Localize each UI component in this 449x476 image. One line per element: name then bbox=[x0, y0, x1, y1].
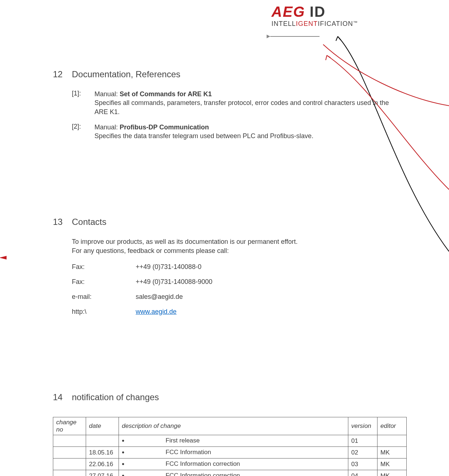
cell-ver: 04 bbox=[348, 470, 378, 476]
table-row: 18.05.16 FCC Information 02 MK bbox=[53, 447, 407, 459]
bullet-icon bbox=[122, 460, 166, 468]
contact-link-web[interactable]: www.aegid.de bbox=[136, 308, 177, 316]
cell-ed: MK bbox=[378, 447, 407, 459]
bullet-icon bbox=[122, 437, 166, 445]
cell-date: 22.06.16 bbox=[86, 459, 119, 470]
reference-1-prefix: Manual: bbox=[94, 90, 120, 98]
header-description: description of change bbox=[119, 417, 348, 435]
reference-1-title: Set of Commands for ARE K1 bbox=[120, 90, 212, 98]
cell-date: 27.07.16 bbox=[86, 470, 119, 476]
cell-desc: FCC Information correction bbox=[119, 470, 348, 476]
tagline-tm: ™ bbox=[353, 20, 358, 25]
contact-row-fax2: Fax: ++49 (0)731-140088-9000 bbox=[72, 278, 396, 286]
reference-2-body: Manual: Profibus-DP Communication Specif… bbox=[94, 123, 313, 141]
bullet-icon bbox=[122, 448, 166, 457]
header-version: version bbox=[348, 417, 378, 435]
logo-tagline: INTELLIGENTIFICATION™ bbox=[271, 20, 358, 28]
contacts-intro-line1: To improve our products, as well as its … bbox=[72, 238, 298, 245]
section-12-title: Documentation, References bbox=[72, 69, 181, 79]
cell-no bbox=[53, 447, 86, 459]
reference-2-desc: Specifies the data transfer telegram use… bbox=[94, 132, 313, 140]
page-content: 12 Documentation, References [1]: Manual… bbox=[53, 69, 396, 476]
cell-ver: 03 bbox=[348, 459, 378, 470]
logo-id: ID bbox=[310, 4, 326, 20]
cell-ver: 01 bbox=[348, 435, 378, 447]
section-13-title: Contacts bbox=[72, 217, 107, 227]
cell-desc: FCC Information correction bbox=[119, 459, 348, 470]
cell-ed: MK bbox=[378, 459, 407, 470]
contact-row-email: e-mail: sales@aegid.de bbox=[72, 293, 396, 301]
cell-ed: MK bbox=[378, 470, 407, 476]
tagline-red: IGENT bbox=[296, 20, 318, 27]
contact-row-http: http:\ www.aegid.de bbox=[72, 308, 396, 316]
cell-no bbox=[53, 435, 86, 447]
cell-date bbox=[86, 435, 119, 447]
cell-desc-text: FCC Information bbox=[166, 449, 211, 456]
section-13-heading: 13 Contacts bbox=[53, 217, 396, 227]
reference-1-body: Manual: Set of Commands for ARE K1 Speci… bbox=[94, 90, 396, 116]
header-date: date bbox=[86, 417, 119, 435]
table-row: 27.07.16 FCC Information correction 04 M… bbox=[53, 470, 407, 476]
section-14-heading: 14 notification of changes bbox=[53, 392, 396, 402]
contact-value-fax1: ++49 (0)731-140088-0 bbox=[136, 263, 201, 271]
reference-1-key: [1]: bbox=[72, 90, 94, 116]
contact-value-email: sales@aegid.de bbox=[136, 293, 183, 301]
cell-ed bbox=[378, 435, 407, 447]
contact-row-fax1: Fax: ++49 (0)731-140088-0 bbox=[72, 263, 396, 271]
contact-label-http: http:\ bbox=[72, 308, 136, 316]
bullet-icon bbox=[122, 472, 166, 476]
contact-label-fax1: Fax: bbox=[72, 263, 136, 271]
section-14-number: 14 bbox=[53, 392, 72, 402]
reference-1-desc: Specifies all commands, parameters, tran… bbox=[94, 99, 389, 115]
reference-2-title: Profibus-DP Communication bbox=[120, 124, 209, 131]
cell-desc-text: FCC Information correction bbox=[166, 460, 240, 467]
reference-2-key: [2]: bbox=[72, 123, 94, 141]
section-12-number: 12 bbox=[53, 69, 72, 79]
header-editor: editor bbox=[378, 417, 407, 435]
contacts-intro: To improve our products, as well as its … bbox=[72, 237, 396, 255]
table-row: 22.06.16 FCC Information correction 03 M… bbox=[53, 459, 407, 470]
cell-desc: First release bbox=[119, 435, 348, 447]
header-change-no: change no bbox=[53, 417, 86, 435]
contact-label-fax2: Fax: bbox=[72, 278, 136, 286]
section-12-heading: 12 Documentation, References bbox=[53, 69, 396, 79]
left-arrow-icon bbox=[0, 252, 7, 263]
cell-no bbox=[53, 470, 86, 476]
brand-logo: AEGID INTELLIGENTIFICATION™ bbox=[271, 4, 358, 28]
contact-label-email: e-mail: bbox=[72, 293, 136, 301]
contacts-intro-line2: For any questions, feedback or comments … bbox=[72, 247, 229, 254]
table-header-row: change no date description of change ver… bbox=[53, 417, 407, 435]
cell-date: 18.05.16 bbox=[86, 447, 119, 459]
section-14-title: notification of changes bbox=[72, 392, 159, 402]
cell-ver: 02 bbox=[348, 447, 378, 459]
tagline-pre: INTELL bbox=[271, 20, 296, 27]
reference-item-2: [2]: Manual: Profibus-DP Communication S… bbox=[72, 123, 396, 141]
logo-aeg: AEG bbox=[271, 4, 305, 20]
cell-desc-text: FCC Information correction bbox=[166, 472, 240, 476]
logo-main: AEGID bbox=[271, 4, 358, 20]
section-13-number: 13 bbox=[53, 217, 72, 227]
table-row: First release 01 bbox=[53, 435, 407, 447]
cell-no bbox=[53, 459, 86, 470]
reference-2-prefix: Manual: bbox=[94, 124, 120, 131]
tagline-post: IFICATION bbox=[318, 20, 353, 27]
contact-value-fax2: ++49 (0)731-140088-9000 bbox=[136, 278, 212, 286]
cell-desc-text: First release bbox=[166, 437, 200, 444]
cell-desc: FCC Information bbox=[119, 447, 348, 459]
changes-table: change no date description of change ver… bbox=[53, 417, 407, 476]
reference-item-1: [1]: Manual: Set of Commands for ARE K1 … bbox=[72, 90, 396, 116]
